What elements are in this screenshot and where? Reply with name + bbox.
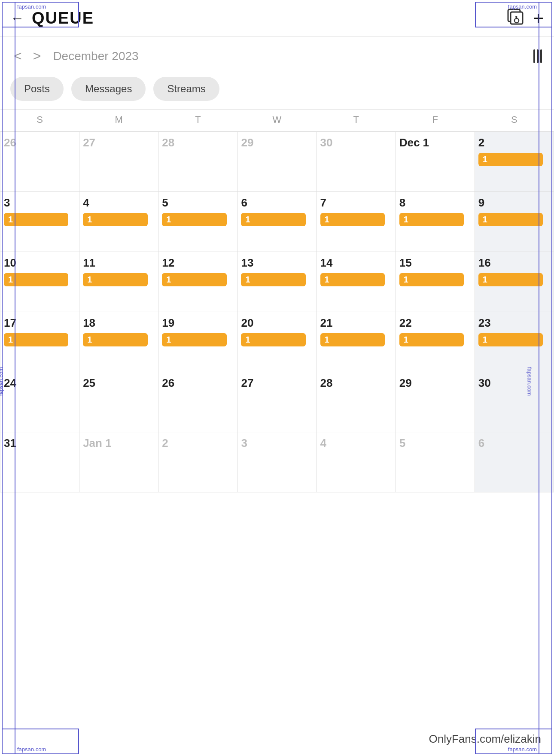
calendar: S M T W T F S 2627282930Dec 121314151617… bbox=[0, 109, 554, 492]
day-number: 31 bbox=[4, 437, 76, 450]
event-bar[interactable]: 1 bbox=[478, 213, 543, 226]
table-row[interactable]: 25 bbox=[79, 372, 158, 432]
day-number: 3 bbox=[4, 196, 76, 209]
table-row[interactable]: 30 bbox=[317, 132, 396, 192]
event-bar[interactable]: 1 bbox=[320, 333, 385, 346]
table-row[interactable]: 27 bbox=[237, 372, 317, 432]
list-view-button[interactable] bbox=[527, 49, 545, 64]
event-bar[interactable]: 1 bbox=[399, 333, 464, 346]
table-row[interactable]: 28 bbox=[158, 132, 237, 192]
day-number: 10 bbox=[4, 256, 76, 270]
table-row[interactable]: 30 bbox=[475, 372, 554, 432]
event-bar[interactable]: 1 bbox=[399, 273, 464, 286]
table-row[interactable]: 31 bbox=[0, 192, 79, 252]
table-row[interactable]: 61 bbox=[237, 192, 317, 252]
next-month-button[interactable]: > bbox=[30, 46, 45, 66]
table-row[interactable]: 26 bbox=[158, 372, 237, 432]
event-bar[interactable]: 1 bbox=[83, 333, 147, 346]
event-bar[interactable]: 1 bbox=[320, 213, 385, 226]
day-number: 14 bbox=[320, 256, 392, 270]
day-number: 8 bbox=[399, 196, 471, 209]
table-row[interactable]: 161 bbox=[475, 252, 554, 312]
watermark-bottom-left: fapsan.com bbox=[17, 746, 46, 753]
navigation-bar: < > December 2023 bbox=[0, 37, 554, 70]
event-bar[interactable]: 1 bbox=[83, 213, 147, 226]
table-row[interactable]: 221 bbox=[396, 312, 475, 372]
table-row[interactable]: 26 bbox=[0, 132, 79, 192]
day-number: 19 bbox=[162, 316, 234, 330]
table-row[interactable]: 51 bbox=[158, 192, 237, 252]
table-row[interactable]: 31 bbox=[0, 432, 79, 492]
prev-month-button[interactable]: < bbox=[10, 46, 25, 66]
table-row[interactable]: 28 bbox=[317, 372, 396, 432]
table-row[interactable]: 71 bbox=[317, 192, 396, 252]
table-row[interactable]: 121 bbox=[158, 252, 237, 312]
filter-posts-button[interactable]: Posts bbox=[10, 77, 64, 101]
table-row[interactable]: Dec 1 bbox=[396, 132, 475, 192]
event-bar[interactable]: 1 bbox=[241, 273, 305, 286]
table-row[interactable]: 5 bbox=[396, 432, 475, 492]
back-button[interactable]: ← bbox=[10, 10, 24, 26]
watermark-border-bottom-right bbox=[475, 729, 552, 754]
table-row[interactable]: 141 bbox=[317, 252, 396, 312]
nav-left: < > December 2023 bbox=[10, 46, 139, 66]
table-row[interactable]: 131 bbox=[237, 252, 317, 312]
filter-messages-button[interactable]: Messages bbox=[71, 77, 146, 101]
event-bar[interactable]: 1 bbox=[320, 273, 385, 286]
add-button[interactable]: + bbox=[533, 8, 544, 29]
table-row[interactable]: 231 bbox=[475, 312, 554, 372]
table-row[interactable]: 101 bbox=[0, 252, 79, 312]
day-number: 17 bbox=[4, 316, 76, 330]
filter-streams-button[interactable]: Streams bbox=[153, 77, 219, 101]
day-number: 29 bbox=[241, 136, 313, 149]
day-header-sun: S bbox=[0, 110, 79, 132]
table-row[interactable]: 4 bbox=[317, 432, 396, 492]
day-number: 11 bbox=[83, 256, 155, 270]
day-number: 29 bbox=[399, 376, 471, 390]
table-row[interactable]: 171 bbox=[0, 312, 79, 372]
day-number: 2 bbox=[478, 136, 550, 149]
queue-icon[interactable] bbox=[506, 8, 524, 29]
table-row[interactable]: 151 bbox=[396, 252, 475, 312]
day-number: 27 bbox=[83, 136, 155, 149]
event-bar[interactable]: 1 bbox=[241, 213, 305, 226]
table-row[interactable]: 21 bbox=[475, 132, 554, 192]
event-bar[interactable]: 1 bbox=[83, 273, 147, 286]
table-row[interactable]: 211 bbox=[317, 312, 396, 372]
header-right: + bbox=[506, 8, 544, 29]
event-bar[interactable]: 1 bbox=[4, 333, 68, 346]
table-row[interactable]: 91 bbox=[475, 192, 554, 252]
table-row[interactable]: 81 bbox=[396, 192, 475, 252]
event-bar[interactable]: 1 bbox=[478, 273, 543, 286]
table-row[interactable]: 181 bbox=[79, 312, 158, 372]
day-number: 28 bbox=[320, 376, 392, 390]
event-bar[interactable]: 1 bbox=[4, 273, 68, 286]
table-row[interactable]: 3 bbox=[237, 432, 317, 492]
table-row[interactable]: 2 bbox=[158, 432, 237, 492]
event-bar[interactable]: 1 bbox=[478, 333, 543, 346]
event-bar[interactable]: 1 bbox=[162, 273, 226, 286]
event-bar[interactable]: 1 bbox=[162, 333, 226, 346]
table-row[interactable]: 201 bbox=[237, 312, 317, 372]
table-row[interactable]: 27 bbox=[79, 132, 158, 192]
calendar-header: S M T W T F S bbox=[0, 110, 554, 132]
table-row[interactable]: 29 bbox=[237, 132, 317, 192]
day-header-mon: M bbox=[79, 110, 158, 132]
day-number: 2 bbox=[162, 437, 234, 450]
table-row[interactable]: 24 bbox=[0, 372, 79, 432]
event-bar[interactable]: 1 bbox=[478, 153, 543, 166]
table-row[interactable]: 29 bbox=[396, 372, 475, 432]
day-header-thu: T bbox=[317, 110, 396, 132]
table-row[interactable]: Jan 1 bbox=[79, 432, 158, 492]
day-number: 30 bbox=[478, 376, 550, 390]
table-row[interactable]: 6 bbox=[475, 432, 554, 492]
event-bar[interactable]: 1 bbox=[162, 213, 226, 226]
table-row[interactable]: 191 bbox=[158, 312, 237, 372]
event-bar[interactable]: 1 bbox=[4, 213, 68, 226]
table-row[interactable]: 41 bbox=[79, 192, 158, 252]
table-row[interactable]: 111 bbox=[79, 252, 158, 312]
event-bar[interactable]: 1 bbox=[399, 213, 464, 226]
watermark-border-bottom-left bbox=[2, 729, 79, 754]
day-number: 22 bbox=[399, 316, 471, 330]
event-bar[interactable]: 1 bbox=[241, 333, 305, 346]
